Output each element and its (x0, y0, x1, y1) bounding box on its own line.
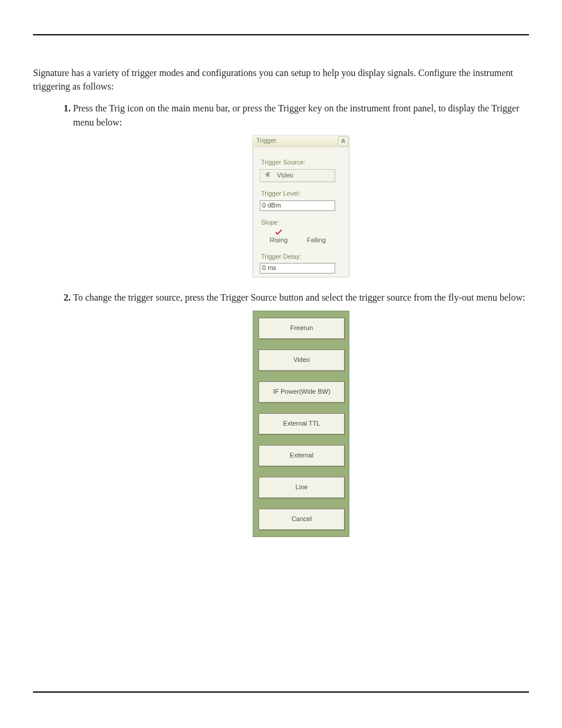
slope-label: Slope: (261, 218, 342, 228)
figure-trigger-panel: Trigger Trigger Source: (73, 135, 529, 278)
trigger-source-label: Trigger Source: (261, 158, 342, 167)
trigger-panel-body: Trigger Source: Video Tri (253, 147, 349, 278)
flyout-option-label: External (290, 451, 313, 460)
flyout-option-freerun[interactable]: Freerun (259, 318, 345, 339)
body-text: Signature has a variety of trigger modes… (33, 34, 529, 537)
slope-rising-label: Rising (270, 236, 288, 245)
flyout-option-cancel[interactable]: Cancel (259, 509, 345, 530)
top-rule (33, 34, 529, 35)
trigger-delay-value: 0 ms (262, 263, 276, 273)
step-1-text: Press the Trig icon on the main menu bar… (73, 103, 520, 127)
flyout-option-label: Freerun (290, 324, 313, 333)
step-list: Press the Trig icon on the main menu bar… (33, 101, 529, 536)
intro-paragraph: Signature has a variety of trigger modes… (33, 66, 529, 93)
collapse-up-icon[interactable] (338, 136, 348, 146)
bottom-rule (33, 691, 529, 693)
empty-check-icon (313, 229, 320, 235)
trigger-level-label: Trigger Level: (261, 189, 342, 199)
trigger-panel: Trigger Trigger Source: (252, 135, 350, 278)
flyout-option-label: Video (293, 355, 310, 365)
slope-falling-option[interactable]: Falling (297, 229, 335, 245)
flyout-option-if-power[interactable]: IF Power(Wide BW) (259, 381, 345, 403)
step-2-text: To change the trigger source, press the … (73, 292, 525, 302)
flyout-option-external-ttl[interactable]: External TTL (259, 413, 345, 434)
slope-falling-label: Falling (307, 236, 326, 245)
slope-toggle: Rising Falling (260, 229, 335, 245)
trigger-panel-title: Trigger (256, 136, 276, 146)
flyout-option-label: Cancel (292, 515, 312, 524)
slope-rising-option[interactable]: Rising (260, 229, 297, 245)
flyout-option-video[interactable]: Video (259, 350, 345, 371)
trigger-source-flyout: Freerun Video IF Power(Wide BW) External… (253, 311, 349, 537)
chevron-left-icon (265, 171, 270, 180)
flyout-option-label: IF Power(Wide BW) (273, 387, 330, 397)
flyout-option-line[interactable]: Line (259, 477, 345, 498)
trigger-level-value: 0 dBm (262, 201, 281, 210)
flyout-option-label: Line (296, 483, 308, 492)
document-page: Signature has a variety of trigger modes… (0, 0, 562, 728)
check-icon (275, 229, 282, 235)
trigger-source-button[interactable]: Video (260, 169, 335, 182)
trigger-delay-label: Trigger Delay: (261, 252, 342, 262)
trigger-source-value: Video (277, 171, 293, 180)
trigger-level-field[interactable]: 0 dBm (260, 200, 335, 211)
trigger-panel-header: Trigger (253, 136, 349, 147)
figure-flyout-menu: Freerun Video IF Power(Wide BW) External… (73, 311, 529, 537)
step-item-1: Press the Trig icon on the main menu bar… (73, 101, 529, 278)
flyout-option-external[interactable]: External (259, 445, 345, 466)
step-item-2: To change the trigger source, press the … (73, 291, 529, 536)
trigger-delay-field[interactable]: 0 ms (260, 263, 335, 274)
flyout-option-label: External TTL (283, 419, 320, 429)
